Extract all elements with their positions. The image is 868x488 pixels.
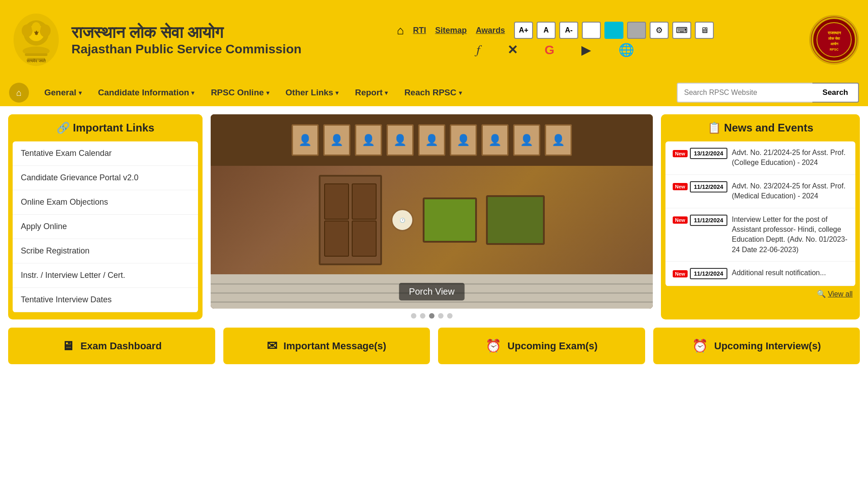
door-panel-2 <box>352 183 377 220</box>
logo-emblem: ⚜ सत्यमेव जयते <box>9 8 63 71</box>
news-badge-4: New 11/12/2024 <box>673 268 727 279</box>
news-item-2[interactable]: New 11/12/2024 Advt. No. 23/2024-25 for … <box>665 175 855 208</box>
news-date-3: 11/12/2024 <box>690 215 727 226</box>
report-dropdown-arrow: ▾ <box>385 89 388 96</box>
color-white-button[interactable] <box>582 22 601 39</box>
search-form: Search <box>677 83 859 103</box>
upcoming-interviews-label: Upcoming Interview(s) <box>714 340 821 352</box>
upcoming-exams-label: Upcoming Exam(s) <box>508 340 598 352</box>
links-scroll-area[interactable]: Tentative Exam Calendar Candidate Grieva… <box>13 141 198 312</box>
twitter-x-icon[interactable]: ✕ <box>507 42 518 57</box>
carousel-dot-5[interactable] <box>447 313 453 319</box>
links-list-container: Tentative Exam Calendar Candidate Grieva… <box>13 141 198 312</box>
awards-link[interactable]: Awards <box>476 26 505 35</box>
font-decrease-button[interactable]: A- <box>559 22 578 39</box>
carousel-section: 👤 👤 👤 👤 👤 👤 👤 👤 👤 <box>211 114 653 319</box>
logo-text: राजस्थान लोक सेवा आयोग Rajasthan Public … <box>71 23 302 56</box>
search-input[interactable] <box>677 83 812 103</box>
carousel-dot-4[interactable] <box>438 313 443 319</box>
porch-view-background: 👤 👤 👤 👤 👤 👤 👤 👤 👤 <box>211 114 653 309</box>
portrait-1: 👤 <box>292 124 319 156</box>
porch-middle: 🕐 <box>211 166 653 274</box>
search-button[interactable]: Search <box>812 83 859 103</box>
nav-candidate-information[interactable]: Candidate Information ▾ <box>90 79 203 106</box>
carousel-image: 👤 👤 👤 👤 👤 👤 👤 👤 👤 <box>211 114 653 309</box>
facebook-icon[interactable]: 𝑓 <box>476 42 480 57</box>
portrait-9: 👤 <box>545 124 572 156</box>
logo-section: ⚜ सत्यमेव जयते राजस्थान लोक सेवा आयोग Ra… <box>9 8 302 71</box>
link-apply-online[interactable]: Apply Online <box>13 215 198 239</box>
nav-report[interactable]: Report ▾ <box>347 79 396 106</box>
important-links-header: 🔗 Important Links <box>8 114 203 141</box>
exam-dashboard-label: Exam Dashboard <box>80 340 162 352</box>
nav-home-button[interactable]: ⌂ <box>9 83 29 103</box>
news-list[interactable]: New 13/12/2024 Advt. No. 21/2024-25 for … <box>665 141 855 286</box>
top-bar: ⚜ सत्यमेव जयते राजस्थान लोक सेवा आयोग Ra… <box>0 0 868 79</box>
screen-icon[interactable]: 🖥 <box>695 22 714 39</box>
link-tentative-exam-calendar[interactable]: Tentative Exam Calendar <box>13 141 198 166</box>
keyboard-icon[interactable]: ⌨ <box>672 22 691 39</box>
link-scribe-registration[interactable]: Scribe Registration <box>13 239 198 263</box>
nav-other-links[interactable]: Other Links ▾ <box>278 79 347 106</box>
font-increase-button[interactable]: A+ <box>514 22 533 39</box>
link-candidate-grievance-portal[interactable]: Candidate Grievance Portal v2.0 <box>13 166 198 190</box>
color-gray-button[interactable] <box>627 22 646 39</box>
font-normal-button[interactable]: A <box>537 22 556 39</box>
upcoming-exams-icon: ⏰ <box>486 338 501 353</box>
portrait-5: 👤 <box>418 124 445 156</box>
carousel-dot-2[interactable] <box>420 313 425 319</box>
rti-link[interactable]: RTI <box>413 26 426 35</box>
news-text-3: Interview Letter for the post of Assista… <box>732 215 848 255</box>
color-yellow-button[interactable] <box>604 22 623 39</box>
news-badge-3: New 11/12/2024 <box>673 215 727 226</box>
portrait-2: 👤 <box>323 124 350 156</box>
upcoming-interviews-icon: ⏰ <box>692 338 708 353</box>
view-all-link[interactable]: View all <box>828 290 853 298</box>
upcoming-exams-card[interactable]: ⏰ Upcoming Exam(s) <box>438 328 645 364</box>
upcoming-interviews-card[interactable]: ⏰ Upcoming Interview(s) <box>653 328 860 364</box>
carousel-label: Porch View <box>399 283 465 300</box>
nav-rpsc-online[interactable]: RPSC Online ▾ <box>203 79 277 106</box>
news-badge-2: New 11/12/2024 <box>673 181 727 192</box>
carousel-dot-3[interactable] <box>429 313 434 319</box>
other-links-dropdown-arrow: ▾ <box>335 89 339 96</box>
english-title: Rajasthan Public Service Commission <box>71 42 302 56</box>
svg-text:राजस्थान: राजस्थान <box>827 31 841 35</box>
globe-icon[interactable]: 🌐 <box>618 42 634 57</box>
exam-dashboard-card[interactable]: 🖥 Exam Dashboard <box>8 328 215 364</box>
news-date-4: 11/12/2024 <box>690 268 727 279</box>
portrait-3: 👤 <box>355 124 382 156</box>
google-icon[interactable]: G <box>545 43 555 57</box>
link-interview-letter[interactable]: Instr. / Interview Letter / Cert. <box>13 263 198 288</box>
news-item-3[interactable]: New 11/12/2024 Interview Letter for the … <box>665 208 855 262</box>
portrait-7: 👤 <box>481 124 509 156</box>
view-all-section: 🔍 View all <box>661 286 860 302</box>
carousel-dot-1[interactable] <box>411 313 416 319</box>
important-messages-card[interactable]: ✉ Important Message(s) <box>223 328 430 364</box>
youtube-icon[interactable]: ▶ <box>581 42 591 57</box>
links-list: Tentative Exam Calendar Candidate Grieva… <box>13 141 198 312</box>
news-item-1[interactable]: New 13/12/2024 Advt. No. 21/2024-25 for … <box>665 141 855 175</box>
svg-text:आयोग: आयोग <box>830 42 838 46</box>
settings-icon[interactable]: ⚙ <box>650 22 669 39</box>
door-panel-4 <box>352 221 377 257</box>
news-text-2: Advt. No. 23/2024-25 for Asst. Prof. (Me… <box>732 181 848 202</box>
left-door <box>319 175 382 265</box>
link-online-exam-objections[interactable]: Online Exam Objections <box>13 190 198 215</box>
home-icon[interactable]: ⌂ <box>397 23 404 38</box>
main-content: 🔗 Important Links Tentative Exam Calenda… <box>0 106 868 319</box>
top-nav-links: ⌂ RTI Sitemap Awards A+ A A- ⚙ ⌨ 🖥 <box>397 22 714 39</box>
news-item-4[interactable]: New 11/12/2024 Additional result notific… <box>665 262 855 286</box>
social-icons: 𝑓 ✕ G ▶ 🌐 <box>476 42 635 57</box>
rpsc-seal-icon: राजस्थान लोक सेवा आयोग RPSC <box>811 17 857 62</box>
top-right-controls: ⌂ RTI Sitemap Awards A+ A A- ⚙ ⌨ 🖥 𝑓 ✕ G… <box>388 17 723 62</box>
ashoka-emblem-icon: ⚜ सत्यमेव जयते <box>11 10 61 69</box>
carousel-inner: 👤 👤 👤 👤 👤 👤 👤 👤 👤 <box>211 114 653 309</box>
nav-reach-rpsc[interactable]: Reach RPSC ▾ <box>396 79 470 106</box>
link-tentative-interview-dates[interactable]: Tentative Interview Dates <box>13 288 198 312</box>
news-date-1: 13/12/2024 <box>690 148 727 159</box>
important-messages-icon: ✉ <box>267 338 277 353</box>
sitemap-link[interactable]: Sitemap <box>435 26 467 35</box>
nav-general[interactable]: General ▾ <box>36 79 90 106</box>
portrait-8: 👤 <box>513 124 540 156</box>
